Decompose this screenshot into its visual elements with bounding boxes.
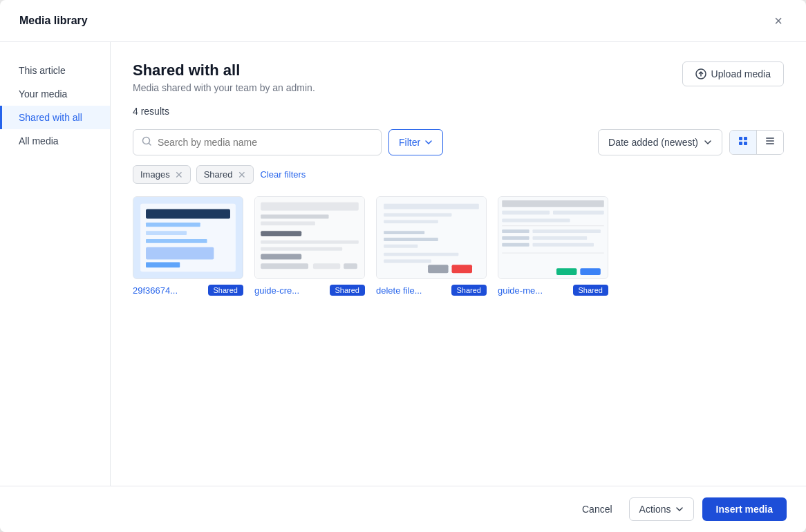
shared-badge: Shared [573,285,608,296]
media-name: guide-me... [498,285,569,296]
remove-shared-filter-button[interactable]: ✕ [236,170,246,180]
remove-images-filter-button[interactable]: ✕ [174,170,183,180]
svg-rect-20 [261,221,315,225]
toolbar: Filter Date added (newest) [133,129,784,155]
svg-rect-38 [428,265,449,273]
media-grid: 29f36674... Shared [133,196,784,310]
media-item[interactable]: delete file... Shared [376,196,487,296]
main-content: Shared with all Media shared with your t… [111,42,806,486]
actions-button[interactable]: Actions [629,497,694,521]
svg-rect-24 [261,254,301,260]
svg-rect-48 [533,236,588,240]
upload-media-button[interactable]: Upload media [682,61,784,86]
media-name: guide-cre... [254,285,326,296]
filter-chevron-icon [424,138,433,146]
media-item[interactable]: guide-me... Shared [498,196,608,296]
svg-rect-19 [261,215,328,219]
svg-rect-51 [502,253,604,254]
svg-rect-13 [146,231,187,235]
svg-rect-33 [384,238,438,241]
close-button[interactable]: × [770,12,787,29]
sidebar-item-your-media[interactable]: Your media [0,82,110,106]
list-icon [765,135,776,146]
svg-rect-44 [502,225,604,226]
shared-badge: Shared [330,285,365,296]
media-name: delete file... [376,285,447,296]
media-thumbnail [498,196,608,279]
svg-rect-3 [744,137,747,140]
svg-rect-37 [452,265,473,273]
media-thumbnail [376,196,487,279]
svg-rect-8 [766,143,774,144]
upload-icon [695,68,706,79]
svg-rect-47 [502,236,529,240]
svg-rect-35 [384,253,458,256]
svg-rect-42 [553,211,604,215]
svg-rect-32 [384,231,424,234]
svg-rect-16 [146,262,180,267]
svg-rect-27 [344,263,357,269]
modal-header: Media library × [0,0,806,42]
sort-select[interactable]: Date added (newest) [598,129,722,155]
media-item[interactable]: guide-cre... Shared [254,196,365,296]
shared-badge: Shared [451,285,487,296]
media-item[interactable]: 29f36674... Shared [133,196,243,296]
svg-rect-53 [556,268,577,275]
media-info: delete file... Shared [376,285,487,296]
grid-icon [738,135,749,146]
svg-rect-46 [533,229,601,233]
media-thumbnail [254,196,365,279]
svg-rect-4 [739,142,742,145]
media-library-modal: Media library × This article Your media … [0,0,806,532]
filter-button[interactable]: Filter [388,129,443,155]
svg-rect-34 [384,245,418,248]
svg-rect-6 [766,137,774,139]
section-info: Shared with all Media shared with your t… [133,61,315,93]
svg-rect-5 [744,142,747,145]
results-count: 4 results [133,106,784,117]
svg-rect-31 [384,220,438,223]
svg-rect-45 [502,229,529,233]
svg-rect-2 [739,137,742,140]
svg-rect-40 [502,200,604,207]
content-header: Shared with all Media shared with your t… [133,61,784,93]
svg-rect-14 [146,239,207,243]
svg-rect-30 [384,213,451,217]
sort-chevron-icon [704,138,712,146]
modal-body: This article Your media Shared with all … [0,42,806,486]
list-view-button[interactable] [757,131,783,154]
svg-rect-21 [261,231,301,236]
svg-rect-11 [146,209,230,219]
actions-chevron-icon [675,505,684,513]
media-info: 29f36674... Shared [133,285,243,296]
svg-rect-52 [580,268,601,275]
section-subtitle: Media shared with your team by an admin. [133,82,315,93]
media-name: 29f36674... [133,285,204,296]
media-info: guide-cre... Shared [254,285,365,296]
search-box[interactable] [133,129,382,155]
sidebar-item-this-article[interactable]: This article [0,59,110,82]
svg-rect-25 [261,263,308,269]
sidebar-item-all-media[interactable]: All media [0,129,110,153]
filter-tag-shared: Shared ✕ [196,165,254,184]
svg-rect-23 [261,247,342,251]
insert-media-button[interactable]: Insert media [702,497,787,521]
svg-rect-15 [146,247,214,260]
sidebar-item-shared-with-all[interactable]: Shared with all [0,106,110,129]
modal-title: Media library [19,15,88,27]
svg-rect-43 [502,218,570,222]
modal-footer: Cancel Actions Insert media [0,486,806,532]
svg-rect-36 [384,259,431,263]
svg-rect-26 [313,263,340,269]
search-icon [142,136,152,149]
filter-tag-images: Images ✕ [133,165,191,184]
shared-badge: Shared [208,285,243,296]
section-title: Shared with all [133,61,315,79]
grid-view-button[interactable] [730,131,757,154]
clear-filters-button[interactable]: Clear filters [259,167,308,182]
svg-rect-29 [384,204,479,209]
search-input[interactable] [158,137,373,148]
active-filters: Images ✕ Shared ✕ Clear filters [133,165,784,184]
cancel-button[interactable]: Cancel [574,498,621,520]
svg-rect-7 [766,140,774,142]
